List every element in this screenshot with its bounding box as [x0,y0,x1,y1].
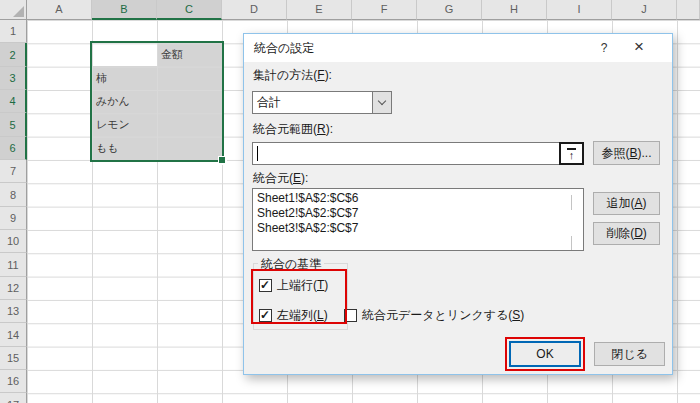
dialog-title: 統合の設定 [254,34,314,62]
column-header-A[interactable]: A [27,0,92,20]
source-list-item[interactable]: Sheet2!$A$2:$C$7 [253,206,583,221]
reference-input[interactable]: ↑ [252,142,584,165]
row-header-5[interactable]: 5 [0,113,27,137]
row-header-16[interactable]: 16 [0,370,27,393]
row-header-4[interactable]: 4 [0,90,27,113]
function-select[interactable]: 合計 [252,91,392,114]
dialog-titlebar[interactable]: 統合の設定 ? × [244,34,672,62]
column-header-F[interactable]: F [352,0,417,20]
column-header-J[interactable]: J [612,0,677,20]
sources-label: 統合元(E): [253,170,308,187]
column-header-partial[interactable] [677,0,700,20]
add-button[interactable]: 追加(A) [593,192,660,215]
sources-list[interactable]: Sheet1!$A$2:$C$6Sheet2!$A$2:$C$7Sheet3!$… [252,188,584,251]
collapse-dialog-icon[interactable]: ↑ [559,142,584,165]
cell-C2[interactable]: 金額 [157,43,222,66]
select-all-button[interactable] [0,0,27,20]
top-row-label: 上端行(T) [277,277,328,294]
row-header-8[interactable]: 8 [0,183,27,207]
left-col-label: 左端列(L) [277,307,328,324]
row-header-3[interactable]: 3 [0,67,27,90]
reference-label: 統合元範囲(R): [253,121,333,138]
row-header-11[interactable]: 11 [0,253,27,277]
text-cursor [257,146,258,161]
cell-B6[interactable]: もも [92,137,157,160]
excel-window: 金額柿みかんレモンもも ABCDEFGHIJ 12345678910111213… [0,0,700,403]
column-header-B[interactable]: B [92,0,157,20]
column-header-C[interactable]: C [157,0,222,20]
function-label: 集計の方法(F): [253,67,332,84]
column-header-G[interactable]: G [417,0,482,20]
fill-handle[interactable] [218,156,227,165]
column-header-H[interactable]: H [482,0,547,20]
use-labels-group-label: 統合の基準 [258,256,324,273]
function-select-value: 合計 [257,92,281,113]
row-header-14[interactable]: 14 [0,323,27,347]
column-header-D[interactable]: D [222,0,287,20]
top-row-checkbox-row: 上端行(T) [259,277,328,294]
column-header-E[interactable]: E [287,0,352,20]
help-icon[interactable]: ? [594,34,614,62]
active-cell-B2[interactable] [92,43,157,66]
link-data-label: 統合元データとリンクする(S) [362,307,524,324]
row-header-6[interactable]: 6 [0,137,27,160]
scroll-up-icon[interactable] [571,195,579,203]
row-header-9[interactable]: 9 [0,207,27,230]
row-header-17[interactable]: 17 [0,393,27,403]
consolidate-dialog: 統合の設定 ? × 集計の方法(F): 合計 統合元範囲(R): ↑ 参照(B)… [243,33,673,375]
select-all-triangle-icon [13,6,24,17]
row-header-12[interactable]: 12 [0,277,27,300]
checkbox-link-source-data[interactable] [344,309,357,322]
row-header-1[interactable]: 1 [0,20,27,43]
close-icon[interactable]: × [628,34,650,60]
source-list-item[interactable]: Sheet1!$A$2:$C$6 [253,191,583,206]
delete-button[interactable]: 削除(D) [593,222,660,245]
chevron-down-icon[interactable] [372,92,391,113]
left-col-checkbox-row: 左端列(L) [259,307,328,324]
ok-button[interactable]: OK [509,341,581,367]
row-header-7[interactable]: 7 [0,160,27,183]
link-data-checkbox-row: 統合元データとリンクする(S) [344,307,524,324]
row-header-15[interactable]: 15 [0,347,27,370]
row-header-2[interactable]: 2 [0,43,27,67]
cell-B4[interactable]: みかん [92,90,157,113]
close-button[interactable]: 閉じる [594,342,665,366]
scroll-down-icon[interactable] [571,236,579,244]
column-header-I[interactable]: I [547,0,612,20]
row-header-13[interactable]: 13 [0,300,27,323]
row-header-10[interactable]: 10 [0,230,27,253]
checkbox-top-row[interactable] [259,279,272,292]
source-list-item[interactable]: Sheet3!$A$2:$C$7 [253,221,583,236]
browse-button[interactable]: 参照(B)... [593,141,660,165]
cell-B3[interactable]: 柿 [92,67,157,90]
checkbox-left-col[interactable] [259,309,272,322]
cell-B5[interactable]: レモン [92,113,157,136]
